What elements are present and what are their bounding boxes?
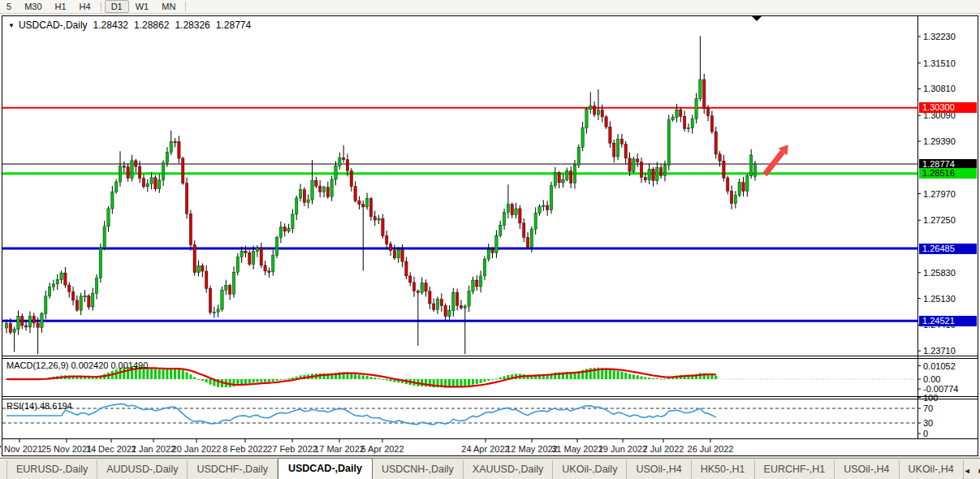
toolbar-separator bbox=[101, 2, 101, 11]
chart-title-row: ▼USDCAD-,Daily1.284321.288621.283261.287… bbox=[8, 19, 251, 31]
date-axis-label: 27 Feb 2022 bbox=[267, 444, 317, 454]
chart-tab-eurchf-h1[interactable]: EURCHF-,H1 bbox=[755, 460, 835, 479]
chart-canvas[interactable] bbox=[0, 14, 980, 457]
date-ticks bbox=[19, 439, 710, 442]
chart-tab-usoil-h4[interactable]: USOil-,H4 bbox=[627, 460, 691, 479]
price-axis-tick: 1.29390 bbox=[923, 136, 956, 146]
ohlc-high: 1.28862 bbox=[134, 19, 169, 31]
price-axis-tick: 1.27970 bbox=[923, 189, 956, 199]
chart-tab-bar: EURUSD-,DailyAUDUSD-,DailyUSDCHF-,DailyU… bbox=[0, 458, 980, 479]
chart-window: ▼USDCAD-,Daily1.284321.288621.283261.287… bbox=[0, 14, 980, 457]
price-axis-tick: 1.23710 bbox=[923, 346, 956, 356]
chart-tab-ukoil-h4[interactable]: UKOil-,H4 bbox=[900, 460, 964, 479]
chart-tab-xauusd-daily[interactable]: XAUUSD-,Daily bbox=[464, 460, 554, 479]
chart-tab-eurusd-daily[interactable]: EURUSD-,Daily bbox=[6, 460, 97, 479]
timeframe-button-w1[interactable]: W1 bbox=[129, 0, 156, 13]
chart-symbol-title: USDCAD-,Daily bbox=[19, 19, 88, 31]
candlesticks-layer bbox=[5, 36, 756, 354]
chart-dropdown-icon[interactable]: ▼ bbox=[8, 22, 15, 29]
price-level-badge: 1.28516 bbox=[919, 168, 977, 179]
price-axis-tick: 1.27250 bbox=[923, 215, 956, 225]
ohlc-open: 1.28432 bbox=[93, 19, 128, 31]
price-axis-tick: 1.31510 bbox=[923, 58, 956, 68]
chart-tab-ukoil-daily[interactable]: UKOil-,Daily bbox=[553, 460, 627, 479]
date-axis-label: 2 Jan 2022 bbox=[132, 444, 175, 454]
timeframe-button-h1[interactable]: H1 bbox=[49, 0, 73, 13]
timeframe-button-h4[interactable]: H4 bbox=[73, 0, 97, 13]
chart-tab-audusd-daily[interactable]: AUDUSD-,Daily bbox=[97, 460, 188, 479]
rsi-axis-tick: 70 bbox=[923, 403, 933, 413]
date-axis-label: 31 May 2022 bbox=[551, 444, 603, 454]
date-axis-label: 25 Nov 2021 bbox=[41, 444, 92, 454]
date-axis-label: 26 Jul 2022 bbox=[688, 444, 734, 454]
date-axis-label: 5 Apr 2022 bbox=[360, 444, 404, 454]
date-axis-label: 20 Jan 2022 bbox=[172, 444, 222, 454]
timeframe-toolbar: 5M30H1H4D1W1MN bbox=[0, 0, 980, 14]
date-axis-label: 17 Mar 2022 bbox=[314, 444, 365, 454]
rsi-axis-tick: 0 bbox=[923, 429, 928, 438]
price-axis-tick: 1.32230 bbox=[923, 32, 956, 41]
chart-frame bbox=[2, 15, 978, 456]
rsi-panel-layer bbox=[2, 404, 917, 425]
chart-tab-usdcad-daily[interactable]: USDCAD-,Daily bbox=[278, 458, 373, 479]
ohlc-low: 1.28326 bbox=[175, 19, 209, 31]
current-bar-marker-icon bbox=[752, 16, 762, 21]
rsi-indicator-label: RSI(14) 48.6194 bbox=[6, 401, 72, 411]
price-level-badge: 1.30300 bbox=[919, 102, 977, 113]
date-axis-label: 8 Feb 2022 bbox=[222, 444, 268, 454]
macd-indicator-label: MACD(12,26,9) 0.002420 0.001490 bbox=[6, 360, 148, 370]
rsi-axis-tick: 30 bbox=[923, 418, 933, 428]
macd-axis-tick: 0.00 bbox=[923, 374, 940, 384]
ohlc-close: 1.28774 bbox=[216, 19, 251, 31]
chart-tab-usdcnh-daily[interactable]: USDCNH-,Daily bbox=[373, 460, 464, 479]
tabs-scroll-left-icon[interactable]: ◄ bbox=[964, 467, 971, 475]
toolbar-separator bbox=[185, 2, 186, 11]
price-level-badge: 1.26485 bbox=[919, 244, 977, 254]
rsi-axis-tick: 100 bbox=[923, 393, 938, 403]
timeframe-button-mn[interactable]: MN bbox=[155, 0, 182, 13]
mt4-application: { "toolbar": { "timeframes_left": ["5", … bbox=[0, 0, 980, 479]
date-axis-label: 12 May 2022 bbox=[506, 444, 558, 454]
date-axis-label: 24 Apr 2022 bbox=[461, 444, 509, 454]
timeframe-button-m30[interactable]: M30 bbox=[18, 0, 48, 13]
chart-tab-usoil-h4[interactable]: USOil-,H4 bbox=[835, 460, 899, 479]
chart-tab-hk50-h1[interactable]: HK50-,H1 bbox=[692, 460, 755, 479]
date-axis-label: 14 Dec 2021 bbox=[86, 444, 136, 454]
timeframe-button-5[interactable]: 5 bbox=[0, 0, 18, 13]
price-axis-tick: 1.25130 bbox=[923, 294, 956, 304]
date-axis-label: 7 Nov 2021 bbox=[0, 444, 42, 454]
date-axis-label: 7 Jul 2022 bbox=[643, 444, 684, 454]
chart-tab-usdchf-daily[interactable]: USDCHF-,Daily bbox=[188, 460, 278, 479]
macd-axis-tick: 0.01052 bbox=[923, 361, 956, 371]
date-axis-label: 19 Jun 2022 bbox=[598, 444, 648, 454]
timeframe-button-d1[interactable]: D1 bbox=[105, 0, 129, 13]
horizontal-lines-layer bbox=[2, 108, 917, 321]
price-axis-tick: 1.30810 bbox=[923, 84, 956, 93]
price-axis-tick: 1.25830 bbox=[923, 268, 956, 278]
price-level-badge: 1.24521 bbox=[919, 316, 977, 326]
annotations-layer bbox=[752, 16, 788, 175]
